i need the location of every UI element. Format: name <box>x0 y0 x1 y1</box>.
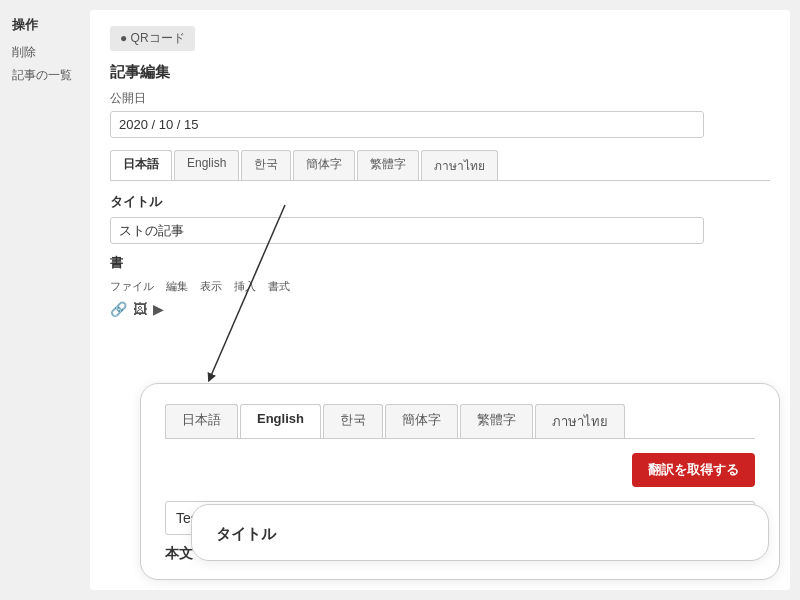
section-edit-title: 記事編集 <box>110 63 770 82</box>
content-label-top: 書 <box>110 254 770 272</box>
sidebar-section-title: 操作 <box>12 16 78 34</box>
zoom-card: 日本語 English 한국 簡体字 繁體字 ภาษาไทย 翻訳を取得する タ… <box>140 383 780 580</box>
sidebar: 操作 削除 記事の一覧 <box>0 0 90 600</box>
lang-tabs-top: 日本語 English 한국 簡体字 繁體字 ภาษาไทย <box>110 150 770 181</box>
publish-date-input[interactable] <box>110 111 704 138</box>
sidebar-item-delete[interactable]: 削除 <box>12 44 78 61</box>
tab-thai-top[interactable]: ภาษาไทย <box>421 150 498 180</box>
tab-simplified-top[interactable]: 簡体字 <box>293 150 355 180</box>
tab-traditional-zoom[interactable]: 繁體字 <box>460 404 533 438</box>
tab-korean-zoom[interactable]: 한국 <box>323 404 383 438</box>
menu-edit[interactable]: 編集 <box>166 279 188 294</box>
title-label-top: タイトル <box>110 193 770 211</box>
title-input-top[interactable] <box>110 217 704 244</box>
title-label-zoom: タイトル <box>191 504 769 561</box>
sidebar-item-article-list[interactable]: 記事の一覧 <box>12 67 78 84</box>
tab-japanese-top[interactable]: 日本語 <box>110 150 172 180</box>
tab-english-top[interactable]: English <box>174 150 239 180</box>
media-icon[interactable]: ▶ <box>153 301 164 317</box>
translate-button[interactable]: 翻訳を取得する <box>632 453 755 487</box>
lang-tabs-zoom: 日本語 English 한국 簡体字 繁體字 ภาษาไทย <box>165 404 755 439</box>
qr-bar[interactable]: ● QRコード <box>110 26 195 51</box>
link-icon[interactable]: 🔗 <box>110 301 127 317</box>
tab-simplified-zoom[interactable]: 簡体字 <box>385 404 458 438</box>
tab-japanese-zoom[interactable]: 日本語 <box>165 404 238 438</box>
tab-english-zoom[interactable]: English <box>240 404 321 438</box>
editor-toolbar-icons: 🔗 🖼 ▶ <box>110 301 770 317</box>
editor-toolbar-menu: ファイル 編集 表示 挿入 書式 <box>110 276 770 297</box>
menu-format[interactable]: 書式 <box>268 279 290 294</box>
tab-thai-zoom[interactable]: ภาษาไทย <box>535 404 625 438</box>
main-content: ● QRコード 記事編集 公開日 日本語 English 한국 簡体字 繁體字 … <box>90 10 790 590</box>
menu-insert[interactable]: 挿入 <box>234 279 256 294</box>
tab-traditional-top[interactable]: 繁體字 <box>357 150 419 180</box>
publish-date-label: 公開日 <box>110 90 770 107</box>
tab-korean-top[interactable]: 한국 <box>241 150 291 180</box>
image-icon[interactable]: 🖼 <box>133 301 147 317</box>
menu-view[interactable]: 表示 <box>200 279 222 294</box>
menu-file[interactable]: ファイル <box>110 279 154 294</box>
